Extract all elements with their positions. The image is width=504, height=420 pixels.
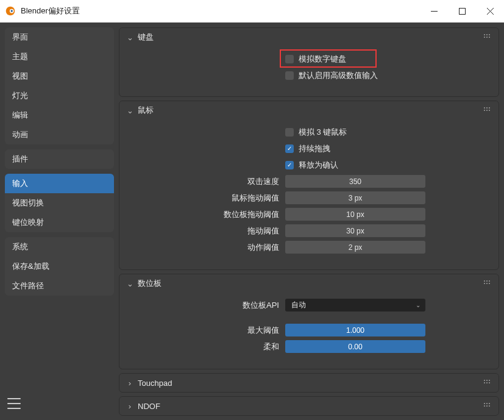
drag-threshold-field[interactable]: 30 px — [285, 224, 425, 237]
chevron-down-icon: ⌄ — [416, 302, 421, 308]
panel-tablet-header[interactable]: ⌄ 数位板 — [119, 274, 499, 293]
svg-point-2 — [11, 10, 13, 12]
max-threshold-field[interactable]: 1.000 — [285, 324, 425, 336]
drag-threshold-label: 拖动阈值 — [126, 226, 285, 237]
panel-keyboard-title: 键盘 — [138, 32, 154, 43]
tablet-drag-threshold-field[interactable]: 10 px — [285, 208, 425, 221]
release-confirm-label: 释放为确认 — [299, 160, 338, 171]
hamburger-menu-icon[interactable] — [7, 398, 21, 409]
panel-ndof-header[interactable]: › NDOF — [119, 397, 499, 415]
sidebar-item[interactable]: 插件 — [5, 149, 114, 169]
softness-label: 柔和 — [126, 341, 285, 352]
chevron-right-icon: › — [126, 379, 134, 388]
sidebar-item[interactable]: 编辑 — [5, 105, 114, 125]
sidebar-item[interactable]: 灯光 — [5, 86, 114, 105]
checkbox-icon — [285, 55, 294, 63]
sidebar-item[interactable]: 系统 — [5, 237, 114, 257]
sidebar-item[interactable]: 视图 — [5, 66, 114, 86]
chevron-right-icon: › — [126, 402, 134, 411]
double-click-speed-field[interactable]: 350 — [285, 175, 425, 188]
release-confirm-checkbox[interactable]: 释放为确认 — [285, 160, 425, 171]
tablet-api-select[interactable]: 自动⌄ — [285, 299, 425, 311]
panel-tablet: ⌄ 数位板 数位板API 自动⌄ 最大阈值1.000 柔和0.00 — [119, 274, 499, 369]
sidebar-item[interactable]: 键位映射 — [5, 213, 114, 232]
tablet-api-label: 数位板API — [126, 300, 285, 311]
sidebar-item[interactable]: 保存&加载 — [5, 257, 114, 276]
window-maximize-button[interactable] — [448, 0, 476, 23]
sidebar-item[interactable]: 视图切换 — [5, 193, 114, 213]
checkbox-checked-icon — [285, 161, 294, 169]
mouse-drag-threshold-label: 鼠标拖动阈值 — [126, 193, 285, 204]
emulate-3button-mouse-checkbox[interactable]: 模拟 3 键鼠标 — [285, 127, 425, 138]
panel-tablet-title: 数位板 — [138, 278, 161, 289]
chevron-down-icon: ⌄ — [126, 33, 134, 42]
advanced-numeric-input-checkbox[interactable]: 默认启用高级数值输入 — [285, 70, 425, 81]
sidebar-item[interactable]: 界面 — [5, 27, 114, 47]
preferences-main: ⌄ 键盘 模拟数字键盘 — [119, 23, 504, 420]
panel-mouse: ⌄ 鼠标 模拟 3 键鼠标 持续拖拽 释放为确认 双击速度350 鼠标拖动阈值3… — [119, 101, 499, 270]
grip-icon — [484, 34, 492, 40]
emulate-numpad-checkbox[interactable]: 模拟数字键盘 — [285, 54, 425, 65]
sidebar-item[interactable]: 动画 — [5, 125, 114, 144]
panel-ndof: › NDOF — [119, 396, 499, 416]
tablet-drag-threshold-label: 数位板拖动阈值 — [126, 209, 285, 220]
panel-keyboard: ⌄ 键盘 模拟数字键盘 — [119, 27, 499, 97]
grip-icon — [484, 380, 492, 386]
chevron-down-icon: ⌄ — [126, 106, 134, 115]
panel-mouse-header[interactable]: ⌄ 鼠标 — [119, 101, 499, 119]
motion-threshold-field[interactable]: 2 px — [285, 241, 425, 254]
continuous-drag-label: 持续拖拽 — [299, 143, 330, 154]
checkbox-checked-icon — [285, 144, 294, 153]
motion-threshold-label: 动作阈值 — [126, 242, 285, 253]
panel-touchpad: › Touchpad — [119, 373, 499, 393]
grip-icon — [484, 107, 492, 113]
sidebar-item[interactable]: 输入 — [5, 174, 114, 193]
grip-icon — [484, 280, 492, 287]
checkbox-icon — [285, 128, 294, 137]
chevron-down-icon: ⌄ — [126, 279, 134, 288]
grip-icon — [484, 403, 492, 409]
window-close-button[interactable] — [476, 0, 504, 23]
emulate-3button-mouse-label: 模拟 3 键鼠标 — [299, 127, 347, 138]
checkbox-icon — [285, 71, 294, 80]
emulate-numpad-label: 模拟数字键盘 — [299, 54, 346, 65]
panel-touchpad-title: Touchpad — [138, 379, 172, 388]
softness-field[interactable]: 0.00 — [285, 340, 425, 353]
svg-rect-4 — [459, 8, 465, 14]
sidebar-item[interactable]: 文件路径 — [5, 276, 114, 296]
panel-ndof-title: NDOF — [138, 402, 160, 411]
mouse-drag-threshold-field[interactable]: 3 px — [285, 191, 425, 204]
panel-keyboard-header[interactable]: ⌄ 键盘 — [119, 28, 499, 46]
tablet-api-value: 自动 — [291, 300, 306, 310]
window-title: Blender偏好设置 — [21, 5, 80, 16]
sidebar-item[interactable]: 主题 — [5, 47, 114, 66]
preferences-sidebar: 界面主题视图灯光编辑动画插件输入视图切换键位映射系统保存&加载文件路径 — [0, 23, 119, 420]
window-minimize-button[interactable] — [420, 0, 448, 23]
panel-mouse-title: 鼠标 — [138, 105, 154, 116]
max-threshold-label: 最大阈值 — [126, 325, 285, 336]
continuous-drag-checkbox[interactable]: 持续拖拽 — [285, 143, 425, 154]
blender-logo-icon — [5, 5, 16, 16]
advanced-numeric-input-label: 默认启用高级数值输入 — [299, 70, 378, 81]
double-click-speed-label: 双击速度 — [126, 176, 285, 187]
panel-touchpad-header[interactable]: › Touchpad — [119, 374, 499, 392]
titlebar: Blender偏好设置 — [0, 0, 504, 23]
